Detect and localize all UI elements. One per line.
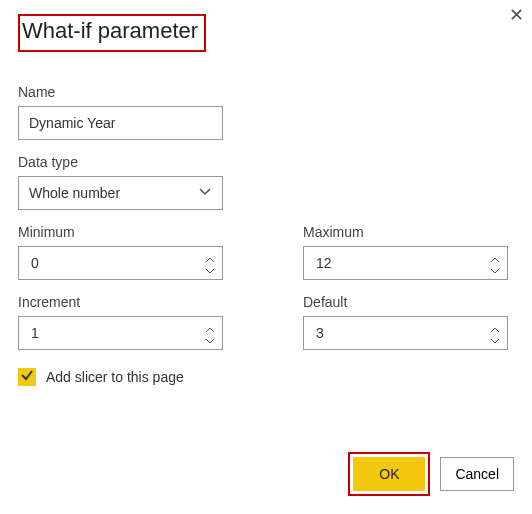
datatype-select[interactable]: Whole number [18, 176, 223, 210]
default-step-down[interactable] [489, 334, 501, 344]
maximum-label: Maximum [303, 224, 508, 240]
minimum-value[interactable] [29, 254, 189, 272]
datatype-value: Whole number [29, 185, 120, 201]
dialog-title: What-if parameter [22, 18, 198, 44]
increment-label: Increment [18, 294, 223, 310]
close-button[interactable]: ✕ [509, 4, 524, 26]
datatype-label: Data type [18, 154, 514, 170]
chevron-down-icon [205, 330, 215, 348]
minimum-label: Minimum [18, 224, 223, 240]
checkmark-icon [20, 368, 34, 386]
title-highlight-box: What-if parameter [18, 14, 206, 52]
chevron-down-icon [490, 330, 500, 348]
maximum-input[interactable] [303, 246, 508, 280]
chevron-down-icon [490, 260, 500, 278]
ok-highlight-box: OK [348, 452, 430, 496]
add-slicer-label: Add slicer to this page [46, 369, 184, 385]
add-slicer-checkbox[interactable] [18, 368, 36, 386]
whatif-parameter-dialog: What-if parameter Name Data type Whole n… [0, 0, 532, 404]
ok-button[interactable]: OK [353, 457, 425, 491]
chevron-down-icon [198, 184, 212, 202]
increment-input[interactable] [18, 316, 223, 350]
default-value[interactable] [314, 324, 474, 342]
increment-step-down[interactable] [204, 334, 216, 344]
default-label: Default [303, 294, 508, 310]
chevron-down-icon [205, 260, 215, 278]
increment-value[interactable] [29, 324, 189, 342]
minimum-input[interactable] [18, 246, 223, 280]
cancel-button[interactable]: Cancel [440, 457, 514, 491]
close-icon: ✕ [509, 5, 524, 25]
name-label: Name [18, 84, 514, 100]
dialog-button-row: OK Cancel [348, 452, 514, 496]
minimum-step-down[interactable] [204, 264, 216, 274]
maximum-value[interactable] [314, 254, 474, 272]
maximum-step-down[interactable] [489, 264, 501, 274]
name-input[interactable] [18, 106, 223, 140]
default-input[interactable] [303, 316, 508, 350]
